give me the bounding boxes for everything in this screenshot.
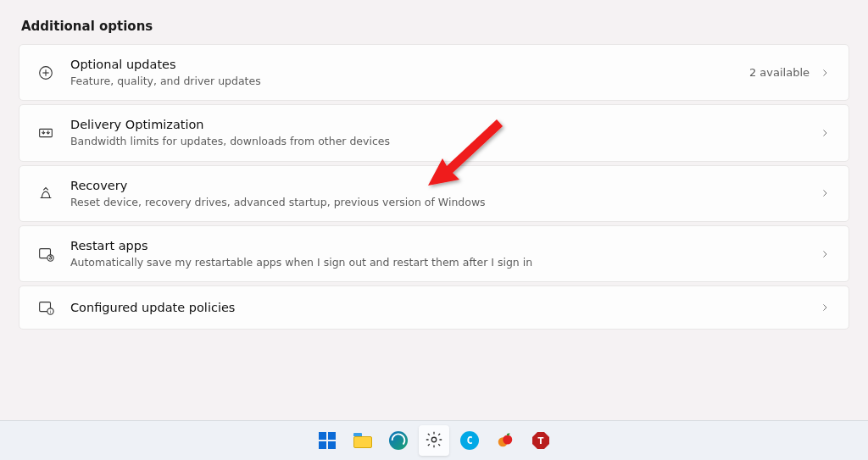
fruit-app-icon	[496, 430, 515, 452]
card-configured-update-policies[interactable]: i Configured update policies	[19, 285, 849, 330]
card-text: Configured update policies	[70, 300, 818, 316]
card-title: Restart apps	[70, 238, 818, 254]
card-subtitle: Automatically save my restartable apps w…	[70, 255, 818, 270]
windows-start-icon	[319, 432, 336, 449]
card-title: Delivery Optimization	[70, 117, 818, 133]
download-box-icon	[36, 124, 55, 142]
taskbar-red-octagon-app[interactable]: T	[526, 425, 556, 456]
recovery-icon	[36, 184, 55, 202]
red-octagon-app-icon: T	[532, 432, 549, 449]
card-text: Restart apps Automatically save my resta…	[70, 238, 818, 269]
blue-c-app-icon: C	[460, 431, 479, 450]
chevron-right-icon	[818, 128, 832, 138]
plus-circle-icon	[36, 64, 55, 82]
card-text: Recovery Reset device, recovery drives, …	[70, 178, 818, 209]
card-subtitle: Bandwidth limits for updates, downloads …	[70, 134, 818, 149]
taskbar-start-button[interactable]	[312, 425, 342, 456]
svg-point-12	[431, 437, 437, 442]
chevron-right-icon	[818, 68, 832, 78]
taskbar-edge[interactable]	[383, 425, 414, 456]
card-meta: 2 available	[749, 66, 810, 79]
taskbar-c-app[interactable]: C	[454, 425, 485, 456]
file-explorer-icon	[353, 433, 372, 448]
settings-gear-icon	[425, 430, 443, 452]
card-text: Optional updates Feature, quality, and d…	[70, 57, 749, 88]
card-text: Delivery Optimization Bandwidth limits f…	[70, 117, 818, 148]
taskbar: C T	[0, 420, 868, 460]
chevron-right-icon	[818, 302, 832, 313]
card-title: Configured update policies	[70, 300, 818, 316]
card-delivery-optimization[interactable]: Delivery Optimization Bandwidth limits f…	[19, 104, 849, 161]
card-subtitle: Feature, quality, and driver updates	[70, 74, 749, 89]
card-optional-updates[interactable]: Optional updates Feature, quality, and d…	[19, 44, 849, 101]
card-title: Optional updates	[70, 57, 749, 73]
section-heading: Additional options	[21, 19, 849, 34]
taskbar-file-explorer[interactable]	[348, 425, 378, 456]
svg-rect-3	[40, 129, 53, 136]
svg-point-14	[503, 435, 512, 444]
chevron-right-icon	[818, 188, 832, 198]
taskbar-settings[interactable]	[419, 425, 449, 456]
chevron-right-icon	[818, 249, 832, 259]
card-subtitle: Reset device, recovery drives, advanced …	[70, 195, 818, 210]
card-recovery[interactable]: Recovery Reset device, recovery drives, …	[19, 165, 849, 222]
card-restart-apps[interactable]: Restart apps Automatically save my resta…	[19, 225, 849, 282]
policy-icon: i	[36, 298, 55, 317]
svg-point-7	[47, 255, 53, 261]
card-title: Recovery	[70, 178, 818, 194]
edge-browser-icon	[389, 431, 408, 450]
settings-page: Additional options Optional updates Feat…	[0, 19, 868, 330]
taskbar-fruit-app[interactable]	[490, 425, 520, 456]
restart-apps-icon	[36, 245, 55, 263]
